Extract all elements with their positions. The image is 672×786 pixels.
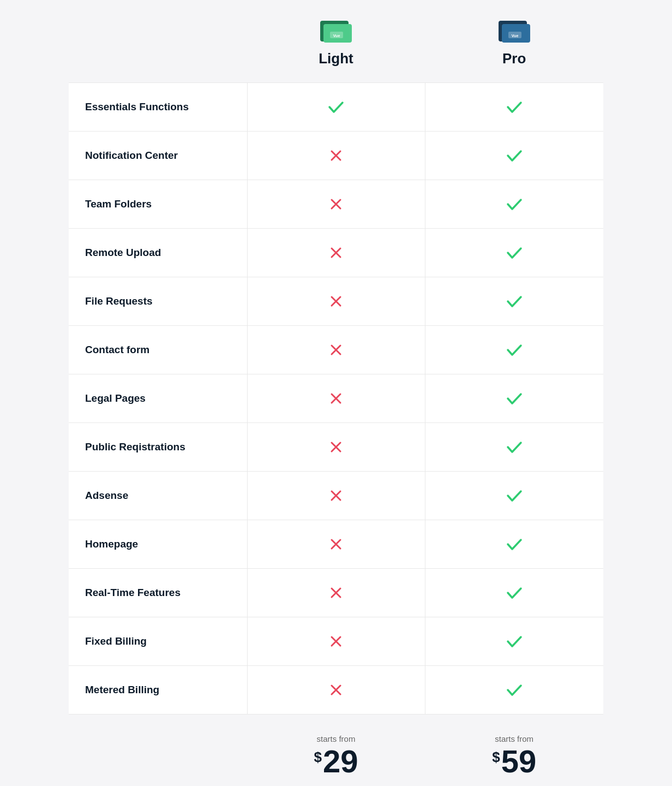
pro-feature-cell-4 (425, 277, 603, 325)
pro-pricing-amount: $ 59 (492, 746, 536, 777)
feature-name-3: Remote Upload (85, 247, 161, 259)
svg-text:Vue: Vue (333, 34, 340, 38)
light-feature-cell-2 (247, 180, 425, 228)
header-row: Vue Light Vue Pro (69, 0, 603, 82)
feature-row-10: Real-Time Features (69, 568, 603, 617)
cross-icon (327, 195, 345, 213)
feature-name-cell-10: Real-Time Features (69, 569, 247, 617)
check-icon (505, 146, 524, 165)
light-feature-cell-0 (247, 83, 425, 131)
feature-name-cell-0: Essentials Functions (69, 83, 247, 131)
light-pricing-label: starts from (317, 734, 356, 743)
check-icon (505, 680, 524, 700)
feature-name-2: Team Folders (85, 198, 152, 210)
feature-name-cell-5: Contact form (69, 326, 247, 374)
feature-row-4: File Requests (69, 277, 603, 325)
pro-feature-cell-9 (425, 520, 603, 568)
light-feature-cell-9 (247, 520, 425, 568)
feature-name-cell-6: Legal Pages (69, 374, 247, 422)
light-plan-icon: Vue (320, 15, 352, 44)
light-price-number: 29 (323, 746, 358, 777)
feature-column-header (69, 0, 247, 82)
light-pricing-cell: starts from $ 29 (247, 714, 425, 786)
cross-icon (327, 584, 345, 602)
cross-icon (327, 681, 345, 699)
feature-row-6: Legal Pages (69, 374, 603, 422)
pro-plan-name: Pro (502, 50, 526, 67)
pro-feature-cell-2 (425, 180, 603, 228)
feature-name-9: Homepage (85, 538, 138, 550)
feature-name-12: Metered Billing (85, 684, 159, 696)
light-feature-cell-6 (247, 374, 425, 422)
cross-icon (327, 633, 345, 650)
check-icon (505, 97, 524, 117)
feature-row-1: Notification Center (69, 131, 603, 180)
pro-pricing-cell: starts from $ 59 (425, 714, 603, 786)
feature-name-8: Adsense (85, 490, 128, 502)
pricing-empty-cell (69, 714, 247, 786)
feature-name-5: Contact form (85, 344, 149, 356)
feature-name-cell-7: Public Reqistrations (69, 423, 247, 471)
pricing-row: starts from $ 29 starts from $ 59 (69, 714, 603, 786)
check-icon (505, 340, 524, 360)
check-icon (326, 97, 346, 117)
check-icon (505, 389, 524, 408)
light-feature-cell-12 (247, 666, 425, 714)
feature-row-9: Homepage (69, 520, 603, 568)
light-feature-cell-1 (247, 132, 425, 180)
light-feature-cell-11 (247, 617, 425, 665)
pro-feature-cell-6 (425, 374, 603, 422)
cross-icon (327, 341, 345, 359)
check-icon (505, 194, 524, 214)
check-icon (505, 534, 524, 554)
pro-feature-cell-11 (425, 617, 603, 665)
light-feature-cell-5 (247, 326, 425, 374)
light-plan-name: Light (319, 50, 353, 67)
pro-plan-icon: Vue (499, 15, 530, 44)
pro-feature-cell-3 (425, 229, 603, 277)
feature-name-cell-9: Homepage (69, 520, 247, 568)
svg-text:Vue: Vue (511, 34, 518, 38)
feature-name-cell-4: File Requests (69, 277, 247, 325)
pro-feature-cell-12 (425, 666, 603, 714)
cross-icon (327, 487, 345, 504)
light-feature-cell-10 (247, 569, 425, 617)
feature-name-4: File Requests (85, 295, 153, 307)
features-container: Essentials FunctionsNotification CenterT… (69, 82, 603, 714)
light-dollar-sign: $ (314, 749, 322, 766)
light-plan-header: Vue Light (247, 0, 425, 82)
feature-row-12: Metered Billing (69, 665, 603, 714)
pro-dollar-sign: $ (492, 749, 500, 766)
feature-row-7: Public Reqistrations (69, 422, 603, 471)
cross-icon (327, 293, 345, 310)
check-icon (505, 583, 524, 603)
light-feature-cell-3 (247, 229, 425, 277)
light-feature-cell-7 (247, 423, 425, 471)
pro-feature-cell-1 (425, 132, 603, 180)
check-icon (505, 243, 524, 263)
check-icon (505, 437, 524, 457)
feature-name-7: Public Reqistrations (85, 441, 185, 453)
feature-name-cell-8: Adsense (69, 472, 247, 520)
pro-feature-cell-8 (425, 472, 603, 520)
cross-icon (327, 147, 345, 164)
light-feature-cell-4 (247, 277, 425, 325)
cross-icon (327, 438, 345, 456)
check-icon (505, 632, 524, 651)
pro-plan-header: Vue Pro (425, 0, 603, 82)
pro-price-number: 59 (501, 746, 537, 777)
feature-name-cell-11: Fixed Billing (69, 617, 247, 665)
feature-name-0: Essentials Functions (85, 101, 189, 113)
feature-name-1: Notification Center (85, 150, 178, 162)
check-icon (505, 291, 524, 311)
check-icon (505, 486, 524, 505)
feature-name-cell-1: Notification Center (69, 132, 247, 180)
feature-row-5: Contact form (69, 325, 603, 374)
feature-row-0: Essentials Functions (69, 82, 603, 131)
pro-pricing-label: starts from (495, 734, 533, 743)
pro-feature-cell-7 (425, 423, 603, 471)
feature-row-3: Remote Upload (69, 228, 603, 277)
light-pricing-amount: $ 29 (314, 746, 358, 777)
feature-row-11: Fixed Billing (69, 617, 603, 665)
pro-feature-cell-0 (425, 83, 603, 131)
